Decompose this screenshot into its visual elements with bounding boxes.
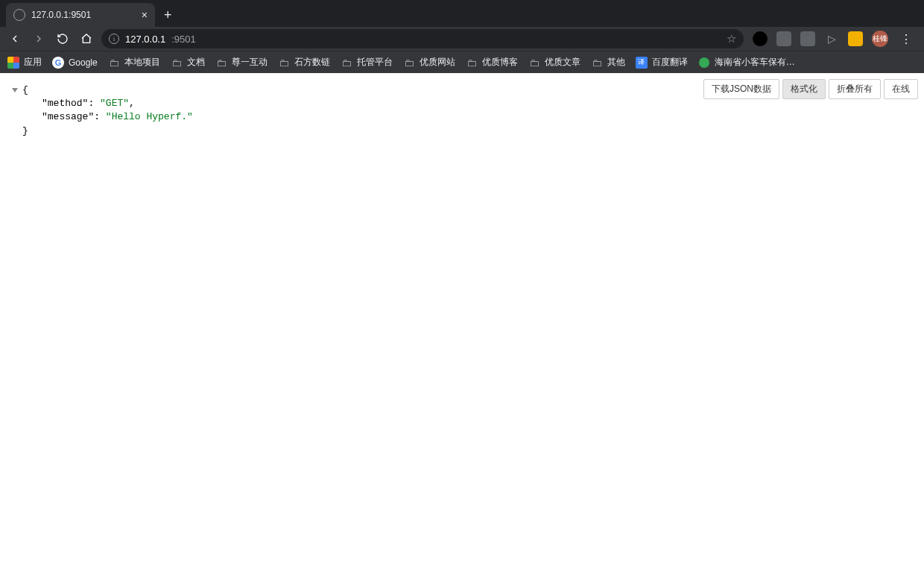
bookmark-label: 尊一互动	[232, 56, 268, 69]
bookmark-folder[interactable]: 🗀 尊一互动	[215, 56, 268, 69]
apps-icon	[7, 57, 19, 69]
folder-icon: 🗀	[171, 57, 183, 69]
extension-icons: ▷ 桂锋 ⋮	[750, 31, 918, 47]
bookmark-label: 文档	[187, 56, 205, 69]
extension-icon-3[interactable]	[800, 31, 815, 46]
bookmark-label: 石方数链	[294, 56, 330, 69]
bookmark-label: 优质博客	[482, 56, 518, 69]
bookmark-folder[interactable]: 🗀 优质博客	[466, 56, 518, 69]
globe-icon	[13, 9, 25, 21]
bookmark-star-icon[interactable]: ☆	[727, 32, 736, 45]
bookmark-folder[interactable]: 🗀 文档	[171, 56, 205, 69]
bookmark-translate[interactable]: 译 百度翻译	[636, 56, 688, 69]
bookmark-label: 托管平台	[357, 56, 393, 69]
bookmark-folder[interactable]: 🗀 石方数链	[278, 56, 330, 69]
close-icon[interactable]: ×	[142, 10, 148, 20]
extension-icon-2[interactable]	[776, 31, 791, 46]
folder-icon: 🗀	[403, 57, 415, 69]
profile-avatar[interactable]: 桂锋	[872, 31, 888, 47]
folder-icon: 🗀	[528, 57, 540, 69]
tab-title: 127.0.0.1:9501	[31, 10, 136, 20]
back-button[interactable]	[6, 30, 24, 48]
folder-icon: 🗀	[108, 57, 120, 69]
bookmark-apps[interactable]: 应用	[7, 56, 42, 69]
folder-icon: 🗀	[278, 57, 290, 69]
folder-icon: 🗀	[591, 57, 603, 69]
bookmark-folder[interactable]: 🗀 优质文章	[528, 56, 580, 69]
page-content: 下载JSON数据 格式化 折叠所有 在线 { "method": "GET", …	[0, 73, 924, 578]
bookmark-folder[interactable]: 🗀 优质网站	[403, 56, 455, 69]
browser-tabbar: 127.0.0.1:9501 × +	[0, 0, 924, 27]
bookmark-label: 其他	[607, 56, 625, 69]
extension-icon-5[interactable]	[848, 31, 863, 46]
json-line-close: }	[12, 125, 912, 138]
reload-button[interactable]	[54, 30, 72, 48]
site-info-icon[interactable]: i	[109, 34, 119, 44]
bookmark-label: 优质网站	[420, 56, 455, 69]
bookmark-label: 应用	[24, 56, 42, 69]
bookmark-folder[interactable]: 🗀 其他	[591, 56, 625, 69]
bookmark-label: 海南省小客车保有…	[715, 56, 795, 69]
bookmark-label: 百度翻译	[652, 56, 688, 69]
bookmark-label: 优质文章	[545, 56, 580, 69]
new-tab-button[interactable]: +	[155, 3, 181, 27]
google-icon: G	[52, 57, 64, 69]
folder-icon: 🗀	[341, 57, 352, 69]
bookmarks-bar: 应用 G Google 🗀 本地项目 🗀 文档 🗀 尊一互动 🗀 石方数链 🗀 …	[0, 51, 924, 73]
format-button[interactable]: 格式化	[782, 79, 826, 99]
folder-icon: 🗀	[466, 57, 478, 69]
bookmark-google[interactable]: G Google	[52, 57, 98, 69]
browser-tab[interactable]: 127.0.0.1:9501 ×	[6, 3, 155, 27]
browser-toolbar: i 127.0.0.1:9501 ☆ ▷ 桂锋 ⋮	[0, 27, 924, 51]
json-viewer-toolbar: 下载JSON数据 格式化 折叠所有 在线	[703, 79, 918, 99]
address-bar[interactable]: i 127.0.0.1:9501 ☆	[101, 29, 744, 48]
bookmark-hainan[interactable]: 海南省小客车保有…	[698, 56, 795, 69]
online-button[interactable]: 在线	[884, 79, 918, 99]
menu-kebab-icon[interactable]: ⋮	[897, 32, 915, 46]
bookmark-label: Google	[69, 57, 98, 68]
bookmark-folder[interactable]: 🗀 托管平台	[341, 56, 393, 69]
json-line-message: "message": "Hello Hyperf."	[12, 110, 912, 124]
bookmark-folder[interactable]: 🗀 本地项目	[108, 56, 160, 69]
forward-button[interactable]	[30, 30, 48, 48]
home-button[interactable]	[77, 30, 95, 48]
url-port: :9501	[171, 34, 196, 45]
extension-icon-1[interactable]	[753, 31, 768, 46]
extension-icon-4[interactable]: ▷	[824, 31, 839, 46]
url-host: 127.0.0.1	[125, 34, 165, 45]
translate-icon: 译	[636, 57, 648, 69]
folder-icon: 🗀	[215, 57, 227, 69]
bookmark-label: 本地项目	[124, 56, 160, 69]
download-json-button[interactable]: 下载JSON数据	[703, 79, 779, 99]
collapse-toggle-icon[interactable]	[12, 88, 18, 92]
collapse-all-button[interactable]: 折叠所有	[829, 79, 881, 99]
site-icon	[698, 57, 710, 69]
